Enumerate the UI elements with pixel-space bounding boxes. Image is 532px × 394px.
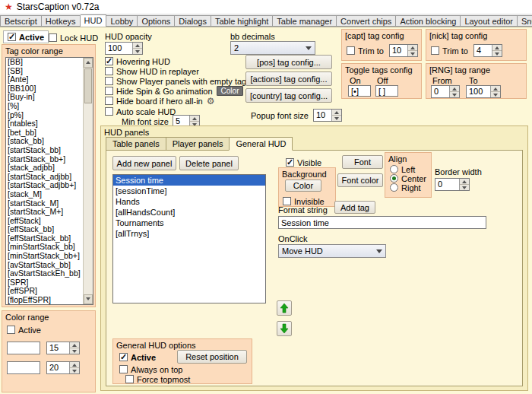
panel-list-item[interactable]: [allHandsCount] [113,207,265,218]
spin-up-icon[interactable] [133,43,142,49]
panel-list-item[interactable]: [allTrnys] [113,228,265,239]
move-up-button[interactable] [277,300,292,316]
spin-down-icon[interactable] [70,348,79,354]
tab-player-panels[interactable]: Player panels [166,137,230,151]
tab-table-panels[interactable]: Table panels [106,137,166,151]
capt-trim-checkbox[interactable]: Trim to [347,46,384,56]
capt-trim-box[interactable] [347,46,355,55]
show-hud-replayer-checkbox[interactable]: Show HUD in replayer [105,66,199,76]
tab-layout-editor[interactable]: Layout editor [461,15,518,27]
tag-list-item[interactable]: [ntables] [6,119,93,129]
color-swatch-high[interactable] [7,361,40,374]
spin-down-icon[interactable] [332,116,341,121]
scroll-thumb[interactable] [84,68,92,103]
tab-hud[interactable]: HUD [81,14,107,27]
capt-trim-spinner[interactable]: 10 [389,44,418,57]
spin-up-icon[interactable] [491,86,500,92]
tag-list[interactable]: [BB][SB][Ante][BB100][Buy-in][%][p%][nta… [5,57,93,305]
add-tag-button[interactable]: Add tag [334,201,375,214]
spin-down-icon[interactable] [408,51,417,56]
spin-go-color-button[interactable]: Color [217,86,244,96]
rng-from-spinner[interactable]: 0 [431,85,460,98]
hide-spin-go-box[interactable] [105,87,113,95]
pos-tag-config-button[interactable]: [pos] tag config... [245,55,332,69]
tab-lobby[interactable]: Lobby [106,15,138,27]
general-active-box[interactable] [119,353,128,361]
spin-down-icon[interactable] [450,92,459,97]
show-player-panels-box[interactable] [105,77,113,85]
popup-font-size-spinner[interactable]: 10 [313,109,342,122]
lock-hud-checkbox-box[interactable] [49,33,57,42]
align-left-radio-circle[interactable] [390,165,398,173]
panel-list-item[interactable]: [sessionTime] [113,186,265,196]
force-topmost-box[interactable] [125,375,134,383]
add-new-panel-button[interactable]: Add new panel [112,156,176,170]
color-swatch-low[interactable] [7,342,40,354]
scroll-down-icon[interactable] [84,294,93,304]
tag-list-item[interactable]: [stack_M] [6,190,93,199]
tab-hotkeys[interactable]: Hotkeys [42,15,81,27]
always-on-top-checkbox[interactable]: Always on top [119,364,182,374]
color-range-active-checkbox[interactable]: Active [7,325,41,335]
auto-scale-checkbox[interactable]: Auto scale HUD [105,106,176,116]
align-center-radio-circle[interactable] [390,174,398,183]
nick-trim-checkbox[interactable]: Trim to [431,46,468,56]
hide-board-box[interactable] [105,97,113,105]
tag-list-scrollbar[interactable] [83,58,93,304]
spin-down-icon[interactable] [491,92,500,97]
spin-down-icon[interactable] [460,185,469,190]
spin-up-icon[interactable] [332,110,341,116]
spin-up-icon[interactable] [70,362,79,368]
rng-to-spinner[interactable]: 100 [466,85,501,98]
tab-action-blocking[interactable]: Action blocking [396,15,461,27]
toggle-off-input[interactable] [375,85,398,97]
bb-decimals-dropdown[interactable]: 2 [230,41,315,55]
nick-trim-box[interactable] [431,46,439,55]
actions-tag-config-button[interactable]: [actions] tag config... [245,71,332,86]
invisible-box[interactable] [283,197,291,205]
color-range-low-spinner[interactable]: 15 [46,342,80,354]
spin-up-icon[interactable] [408,45,417,51]
tag-list-item[interactable]: [startStack_M+] [6,208,93,217]
format-string-input[interactable] [278,216,486,229]
color-range-high-spinner[interactable]: 20 [46,361,80,374]
font-color-button[interactable]: Font color [337,173,383,187]
tab-sng-registrator[interactable]: SnG registrator [518,15,532,27]
show-hud-replayer-box[interactable] [105,67,113,75]
tag-list-item[interactable]: [flopEffSPR] [6,296,93,305]
spin-up-icon[interactable] [190,116,199,122]
tab-convert-chips[interactable]: Convert chips [337,15,396,27]
align-right-radio[interactable]: Right [390,183,421,192]
font-button[interactable]: Font [342,155,383,169]
tag-list-item[interactable]: [startStack_bb] [6,146,93,155]
onclick-dropdown[interactable]: Move HUD [278,244,386,258]
active-checkbox-box[interactable] [8,33,16,41]
general-active-checkbox[interactable]: Active [119,352,156,362]
gear-icon[interactable]: ⚙ [207,97,215,106]
force-topmost-checkbox[interactable]: Force topmost [125,374,190,384]
background-color-button[interactable]: Color [285,180,321,192]
delete-panel-button[interactable]: Delete panel [179,156,239,170]
tag-list-item[interactable]: [stack_adjbb] [6,164,93,173]
nick-trim-spinner[interactable]: 4 [473,44,502,57]
toggle-on-input[interactable] [348,85,371,97]
spin-up-icon[interactable] [492,45,502,51]
visible-box[interactable] [286,158,294,167]
hovering-hud-box[interactable] [105,57,113,65]
reset-position-button[interactable]: Reset position [177,350,247,364]
tab-betscript[interactable]: Betscript [0,15,42,27]
lock-hud-checkbox[interactable]: Lock HUD [49,33,98,43]
spin-up-icon[interactable] [460,179,469,185]
hud-opacity-spinner[interactable]: 100 [105,42,143,55]
hovering-hud-checkbox[interactable]: Hovering HUD [105,56,170,66]
panel-list-item[interactable]: Hands [113,196,265,207]
show-player-panels-checkbox[interactable]: Show Player panels with empty tags [105,76,251,86]
tab-options[interactable]: Options [138,15,175,27]
tab-table-manager[interactable]: Table manager [273,15,337,27]
spin-down-icon[interactable] [133,49,142,54]
hide-board-checkbox[interactable]: Hide board if hero all-in ⚙ [105,96,215,106]
color-range-active-box[interactable] [7,326,15,334]
active-checkbox[interactable]: Active [3,30,49,43]
auto-scale-box[interactable] [105,107,113,116]
border-width-spinner[interactable]: 0 [435,178,470,191]
